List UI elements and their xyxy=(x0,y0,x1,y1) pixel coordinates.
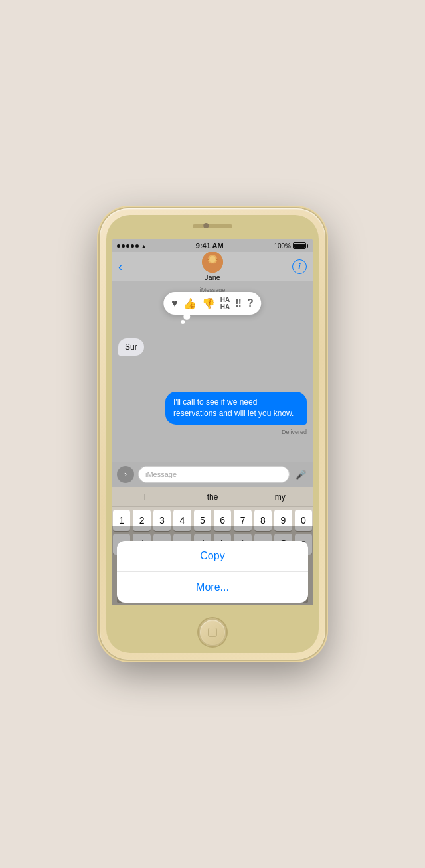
message-row: Sur xyxy=(118,338,307,356)
contact-name: Jane xyxy=(205,273,220,281)
messages-area: iMessage Today 9:39 AM ♥ 👍 👎 HAHA ‼ ? xyxy=(112,281,313,462)
info-icon: i xyxy=(298,262,300,271)
context-menu-overlay: Copy More... xyxy=(112,526,313,605)
more-button[interactable]: More... xyxy=(117,572,308,603)
battery-percent: 100% xyxy=(274,242,291,250)
predictive-word-my[interactable]: my xyxy=(246,492,313,502)
delivered-status: Delivered xyxy=(118,429,307,435)
front-camera xyxy=(203,223,209,228)
expand-button[interactable]: › xyxy=(117,466,134,483)
status-bar: ▴ 9:41 AM 100% xyxy=(112,239,313,252)
home-button[interactable] xyxy=(199,618,226,646)
phone-frame: ▴ 9:41 AM 100% ‹ xyxy=(100,208,325,660)
context-menu: Copy More... xyxy=(117,541,308,603)
reaction-question[interactable]: ? xyxy=(247,297,254,309)
message-row: I'll call to see if we need reservations… xyxy=(118,392,307,425)
navigation-bar: ‹ Jane i xyxy=(112,252,313,281)
mic-button[interactable]: 🎤 xyxy=(294,467,308,482)
status-left: ▴ xyxy=(117,242,145,250)
expand-icon: › xyxy=(124,470,127,479)
message-input[interactable]: iMessage xyxy=(138,466,290,483)
back-button[interactable]: ‹ xyxy=(118,261,122,273)
screen: ▴ 9:41 AM 100% ‹ xyxy=(112,239,313,605)
svg-point-3 xyxy=(209,256,216,263)
reaction-exclamation[interactable]: ‼ xyxy=(235,297,242,309)
reaction-thumbs-up[interactable]: 👍 xyxy=(183,297,197,310)
reaction-bar: ♥ 👍 👎 HAHA ‼ ? xyxy=(163,292,261,315)
status-right: 100% xyxy=(274,242,308,250)
speaker-grill xyxy=(193,224,232,228)
battery-icon xyxy=(293,242,308,249)
input-placeholder: iMessage xyxy=(145,470,177,478)
outgoing-bubble[interactable]: I'll call to see if we need reservations… xyxy=(165,392,307,425)
incoming-bubble[interactable]: Sur xyxy=(118,338,144,356)
contact-info[interactable]: Jane xyxy=(202,252,223,281)
copy-button[interactable]: Copy xyxy=(117,541,308,572)
predictive-word-the[interactable]: the xyxy=(179,492,247,502)
signal-indicator xyxy=(117,244,139,248)
status-time: 9:41 AM xyxy=(196,242,224,250)
reaction-heart[interactable]: ♥ xyxy=(171,297,178,309)
mic-icon: 🎤 xyxy=(296,470,306,480)
predictive-bar: I the my xyxy=(112,487,313,507)
predictive-word-i[interactable]: I xyxy=(112,492,179,502)
input-area: › iMessage 🎤 xyxy=(112,462,313,487)
info-button[interactable]: i xyxy=(292,259,307,274)
avatar xyxy=(202,252,223,273)
wifi-icon: ▴ xyxy=(142,242,145,250)
reaction-thumbs-down[interactable]: 👎 xyxy=(202,297,215,310)
reaction-haha[interactable]: HAHA xyxy=(220,296,230,311)
back-arrow-icon: ‹ xyxy=(118,261,122,273)
